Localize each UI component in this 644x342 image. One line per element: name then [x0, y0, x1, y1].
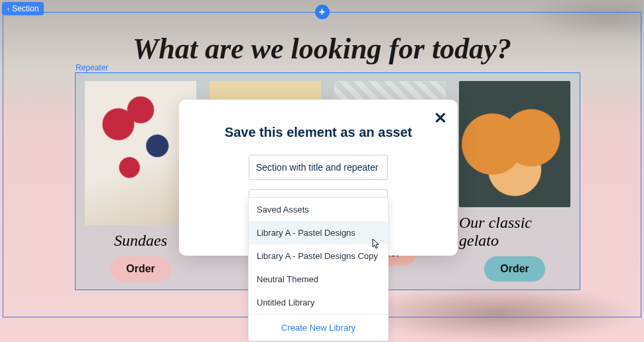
chevron-left-icon: ‹: [7, 5, 9, 13]
section-label: Section: [12, 4, 38, 13]
page-title: What are we looking for today?: [0, 32, 644, 66]
order-button[interactable]: Order: [484, 256, 545, 282]
dropdown-option-saved-assets[interactable]: Saved Assets: [249, 198, 388, 221]
close-icon: ✕: [434, 109, 447, 127]
modal-title: Save this element as an asset: [179, 125, 458, 140]
close-button[interactable]: ✕: [434, 109, 447, 128]
create-new-library-link[interactable]: Create New Library: [249, 314, 388, 341]
add-to-dropdown: Saved Assets Library A - Pastel Designs …: [248, 197, 389, 341]
product-name: Sundaes: [114, 232, 167, 250]
dropdown-option-neutral-themed[interactable]: Neutral Themed: [249, 268, 388, 291]
plus-icon: +: [319, 6, 325, 18]
add-section-button[interactable]: +: [315, 5, 330, 19]
dropdown-option-untitled-library[interactable]: Untitled Library: [249, 291, 388, 314]
asset-name-input[interactable]: [249, 155, 388, 180]
section-breadcrumb-tag[interactable]: ‹ Section: [2, 2, 44, 15]
repeater-label[interactable]: Repeater: [76, 63, 108, 72]
product-image: [459, 81, 570, 207]
dropdown-option-library-a[interactable]: Library A - Pastel Designs: [249, 221, 388, 244]
order-button[interactable]: Order: [110, 256, 171, 282]
repeater-item[interactable]: Our classic gelato Order: [459, 81, 570, 282]
dropdown-option-library-a-copy[interactable]: Library A - Pastel Designs Copy: [249, 244, 388, 268]
product-name: Our classic gelato: [459, 214, 570, 250]
